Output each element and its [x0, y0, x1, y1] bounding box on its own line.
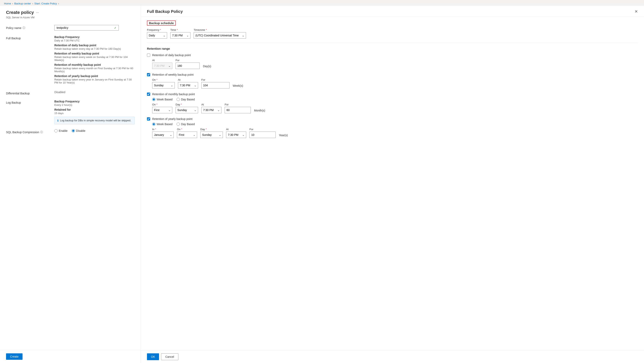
compression-enable-radio[interactable] [54, 129, 58, 132]
left-panel: Create policy ··· SQL Server in Azure VM… [0, 6, 141, 363]
right-panel-header: Full Backup Policy ✕ [141, 6, 644, 16]
yearly-day-based-radio[interactable] [176, 123, 180, 126]
monthly-week-based-radio[interactable] [152, 98, 156, 101]
full-backup-frequency-value: Daily at 7:30 PM UTC [54, 39, 135, 42]
frequency-select-wrapper[interactable]: Daily Weekly [147, 32, 167, 39]
left-footer: Create [0, 350, 141, 363]
yearly-in-select-wrapper[interactable]: January February March April May June Ju… [152, 132, 174, 138]
close-button[interactable]: ✕ [634, 9, 638, 14]
yearly-in-field: In * January February March April May [152, 128, 174, 138]
log-backup-retained-label: Retained for [54, 108, 135, 111]
monthly-for-input[interactable] [225, 107, 251, 113]
yearly-retention-checkbox[interactable] [147, 117, 150, 120]
daily-retention-checkbox[interactable] [147, 53, 150, 57]
monthly-unit-label: Month(s) [254, 109, 265, 113]
yearly-at-select[interactable]: 7:30 PM [226, 132, 246, 138]
monthly-at-select-wrapper[interactable]: 7:30 PM [201, 107, 222, 113]
monthly-retention-header: Retention of monthly backup point [147, 92, 638, 96]
daily-retention-label: Retention of daily backup point [54, 44, 135, 47]
weekly-at-select[interactable]: 7:30 PM [178, 82, 198, 88]
full-backup-frequency-label: Backup Frequency [54, 35, 135, 39]
weekly-retention-checkbox[interactable] [147, 73, 150, 76]
time-select[interactable]: 7:30 PM 8:00 AM [170, 32, 190, 39]
monthly-day-based-label: Day Based [181, 98, 195, 101]
yearly-retention-label: Retention of yearly backup point [54, 74, 135, 78]
schedule-divider [147, 43, 638, 43]
monthly-week-based-label: Week Based [156, 98, 172, 101]
yearly-retention-header: Retention of yearly backup point [147, 117, 638, 120]
daily-retention-header: Retention of daily backup point [147, 53, 638, 57]
policy-name-label: Policy name [6, 26, 21, 29]
breadcrumb: Home › Backup center › Start: Create Pol… [0, 0, 644, 6]
breadcrumb-home[interactable]: Home [4, 2, 11, 5]
monthly-at-select[interactable]: 7:30 PM [201, 107, 222, 113]
timezone-select[interactable]: (UTC) Coordinated Universal Time [194, 32, 246, 39]
right-panel-title: Full Backup Policy [147, 9, 183, 14]
yearly-week-based-radio[interactable] [152, 123, 156, 126]
cancel-button[interactable]: Cancel [161, 353, 178, 360]
monthly-retention-label: Retention of monthly backup point [54, 63, 135, 66]
daily-at-label: At [152, 59, 172, 62]
yearly-day-based-option[interactable]: Day Based [176, 123, 195, 126]
info-icon: ℹ [57, 119, 58, 122]
page-subtitle: SQL Server in Azure VM [6, 16, 135, 19]
policy-name-info-icon[interactable]: ⓘ [22, 26, 25, 30]
page-title: Create policy [6, 10, 34, 15]
yearly-in-select[interactable]: January February March April May June Ju… [152, 132, 174, 138]
compression-disable-option[interactable]: Disable [72, 129, 86, 132]
daily-at-field: At 7:30 PM [152, 59, 172, 69]
policy-name-input[interactable] [56, 26, 114, 29]
weekly-retention-header: Retention of weekly backup point [147, 73, 638, 76]
monthly-on-select-wrapper[interactable]: First Second Third Fourth Last [152, 107, 172, 113]
monthly-at-field: At 7:30 PM [201, 103, 222, 113]
ok-button[interactable]: OK [147, 353, 159, 360]
breadcrumb-current[interactable]: Start: Create Policy [34, 2, 57, 5]
compression-enable-option[interactable]: Enable [54, 129, 68, 132]
yearly-radio-group: Week Based Day Based [152, 123, 638, 126]
yearly-day-field: Day * Sunday Monday Tuesday Wednesday Th… [200, 128, 223, 138]
create-button[interactable]: Create [6, 353, 22, 360]
monthly-day-based-option[interactable]: Day Based [176, 98, 195, 101]
yearly-day-select-wrapper[interactable]: Sunday Monday Tuesday Wednesday Thursday… [200, 132, 223, 138]
yearly-week-based-label: Week Based [156, 123, 172, 126]
monthly-on-select[interactable]: First Second Third Fourth Last [152, 107, 172, 113]
log-backup-info-box: ℹ Log backup for DBs in simple recovery … [54, 117, 135, 124]
yearly-week-based-option[interactable]: Week Based [152, 123, 172, 126]
frequency-label: Frequency * [147, 28, 167, 31]
weekly-at-select-wrapper[interactable]: 7:30 PM [178, 82, 198, 88]
yearly-day-label: Day * [200, 128, 223, 131]
daily-retention-block: Retention of daily backup point At 7:30 … [147, 53, 638, 69]
monthly-day-select-wrapper[interactable]: Sunday Monday Tuesday Wednesday Thursday… [176, 107, 198, 113]
yearly-on-select[interactable]: First Second Third Fourth Last [177, 132, 197, 138]
monthly-retention-checkbox[interactable] [147, 92, 150, 96]
frequency-select[interactable]: Daily Weekly [147, 32, 167, 39]
log-backup-retained-value: 15 days [54, 112, 135, 115]
daily-retention-fields: At 7:30 PM For Day(s) [152, 59, 638, 69]
monthly-day-based-radio[interactable] [176, 98, 180, 101]
yearly-at-select-wrapper[interactable]: 7:30 PM [226, 132, 246, 138]
time-select-wrapper[interactable]: 7:30 PM 8:00 AM [170, 32, 190, 39]
daily-for-input[interactable] [176, 62, 200, 69]
yearly-for-input[interactable] [250, 132, 276, 138]
schedule-fields: Frequency * Daily Weekly [147, 28, 638, 39]
breadcrumb-backup-center[interactable]: Backup center [14, 2, 31, 5]
compression-label: SQL Backup Compression [6, 131, 39, 134]
more-options-icon[interactable]: ··· [36, 10, 39, 15]
weekly-on-select[interactable]: Sunday Monday Tuesday Wednesday Thursday… [152, 82, 175, 88]
compression-disable-radio[interactable] [72, 129, 75, 132]
yearly-on-select-wrapper[interactable]: First Second Third Fourth Last [177, 132, 197, 138]
monthly-day-select[interactable]: Sunday Monday Tuesday Wednesday Thursday… [176, 107, 198, 113]
yearly-at-field: At 7:30 PM [226, 128, 246, 138]
weekly-for-input[interactable] [201, 82, 230, 88]
yearly-in-label: In * [152, 128, 174, 131]
timezone-select-wrapper[interactable]: (UTC) Coordinated Universal Time [194, 32, 246, 39]
weekly-on-field: On * Sunday Monday Tuesday Wednesday Thu… [152, 78, 175, 88]
yearly-day-select[interactable]: Sunday Monday Tuesday Wednesday Thursday… [200, 132, 223, 138]
monthly-week-based-option[interactable]: Week Based [152, 98, 172, 101]
weekly-on-select-wrapper[interactable]: Sunday Monday Tuesday Wednesday Thursday… [152, 82, 175, 88]
daily-retention-block-label: Retention of daily backup point [152, 53, 191, 57]
compression-radio-group: Enable Disable [54, 129, 135, 132]
yearly-retention-desc: Retain backup taken every year in Januar… [54, 78, 135, 84]
compression-info-icon[interactable]: ⓘ [40, 130, 43, 134]
breadcrumb-sep2: › [32, 2, 33, 5]
